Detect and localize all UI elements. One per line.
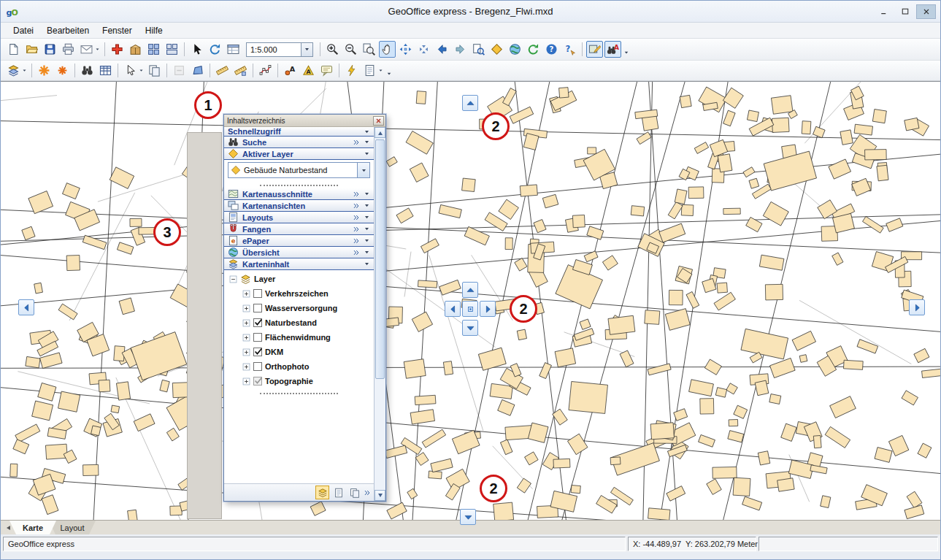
expand-caret-icon[interactable] bbox=[364, 226, 370, 232]
toc-selection-view-button[interactable] bbox=[347, 486, 361, 499]
toc-close-button[interactable] bbox=[373, 116, 384, 126]
zoom-to-selection-button[interactable] bbox=[415, 41, 432, 58]
window-arrange-button[interactable] bbox=[164, 41, 180, 58]
identify-tool-button[interactable] bbox=[5, 62, 22, 79]
close-button[interactable] bbox=[916, 4, 936, 19]
active-layer-combobox[interactable]: Gebäude Naturbestand bbox=[228, 162, 370, 178]
zoom-in-button[interactable] bbox=[324, 41, 341, 58]
manage-favorites-button[interactable] bbox=[54, 62, 71, 79]
copy-features-button[interactable] bbox=[146, 62, 163, 79]
open-button[interactable] bbox=[23, 41, 40, 58]
toc-footer-overflow-icon[interactable] bbox=[364, 489, 371, 496]
menu-bearbeiten[interactable]: Bearbeiten bbox=[40, 24, 96, 37]
new-button[interactable] bbox=[5, 41, 22, 58]
expand-caret-icon[interactable] bbox=[364, 261, 370, 267]
expand-box-icon[interactable] bbox=[242, 319, 250, 327]
layer-item-dkm[interactable]: DKM bbox=[224, 345, 374, 359]
pan-right-button[interactable] bbox=[480, 301, 496, 317]
send-mail-button[interactable] bbox=[78, 41, 95, 58]
zoom-out-button[interactable] bbox=[342, 41, 359, 58]
select-elements-button[interactable] bbox=[188, 41, 205, 58]
pan-button[interactable] bbox=[379, 41, 396, 58]
module-grid-button[interactable] bbox=[145, 41, 162, 58]
expand-caret-icon[interactable] bbox=[364, 150, 370, 157]
dropdown-caret-icon[interactable] bbox=[378, 62, 385, 79]
layer-checkbox[interactable] bbox=[253, 333, 262, 342]
toc-section-schnellzugriff[interactable]: Schnellzugriff bbox=[224, 127, 374, 137]
layer-checkbox[interactable] bbox=[253, 348, 262, 356]
expand-box-icon[interactable] bbox=[242, 348, 250, 356]
redraw-button[interactable] bbox=[525, 41, 542, 58]
jump-chevron-icon[interactable] bbox=[353, 226, 360, 233]
quick-edit-toggle[interactable] bbox=[586, 41, 603, 58]
scale-combobox[interactable]: 1:5.000 bbox=[246, 42, 313, 57]
menu-hilfe[interactable]: Hilfe bbox=[139, 24, 169, 37]
select-features-button[interactable] bbox=[122, 62, 139, 79]
refresh-view-button[interactable] bbox=[207, 41, 223, 58]
previous-extent-button[interactable] bbox=[434, 41, 450, 58]
jump-chevron-icon[interactable] bbox=[353, 139, 360, 146]
minimize-button[interactable] bbox=[874, 4, 894, 19]
next-extent-button[interactable] bbox=[452, 41, 469, 58]
expand-caret-icon[interactable] bbox=[364, 214, 370, 220]
toc-section-layouts[interactable]: Layouts bbox=[224, 212, 374, 223]
layer-item-orthophoto[interactable]: Orthophoto bbox=[224, 359, 374, 374]
jump-chevron-icon[interactable] bbox=[353, 237, 360, 245]
layer-item-wasserversorgung[interactable]: Wasserversorgung bbox=[224, 301, 374, 315]
pan-south-button[interactable] bbox=[460, 509, 476, 525]
measure-area-button[interactable] bbox=[232, 62, 249, 79]
collapse-box-icon[interactable] bbox=[229, 275, 237, 283]
dropdown-caret-icon[interactable] bbox=[139, 62, 145, 79]
zoom-window-button[interactable] bbox=[361, 41, 377, 58]
layer-checkbox[interactable] bbox=[253, 377, 262, 386]
context-help-button[interactable]: ? bbox=[561, 41, 578, 58]
jump-chevron-icon[interactable] bbox=[353, 214, 360, 221]
toc-titlebar[interactable]: Inhaltsverzeichnis bbox=[224, 115, 385, 127]
pan-left-button[interactable] bbox=[445, 301, 461, 317]
pan-up-button[interactable] bbox=[462, 282, 478, 298]
dropdown-caret-icon[interactable] bbox=[22, 62, 28, 79]
standard-toolbar-options-button[interactable] bbox=[622, 41, 631, 58]
layer-tree-root[interactable]: Layer bbox=[224, 272, 374, 286]
data-package-button[interactable] bbox=[127, 41, 144, 58]
expand-caret-icon[interactable] bbox=[364, 191, 370, 197]
expand-box-icon[interactable] bbox=[242, 334, 250, 342]
toc-section-kartenausschnitte[interactable]: Kartenausschnitte bbox=[224, 188, 374, 200]
toc-section-ubersicht[interactable]: Übersicht bbox=[224, 247, 374, 258]
active-layer-button[interactable] bbox=[488, 41, 505, 58]
scroll-track[interactable] bbox=[375, 138, 385, 490]
layer-checkbox[interactable] bbox=[253, 289, 262, 298]
toc-section-kartenansichten[interactable]: Kartenansichten bbox=[224, 200, 374, 212]
jump-chevron-icon[interactable] bbox=[353, 191, 360, 198]
layer-checkbox[interactable] bbox=[253, 318, 262, 327]
callout-button[interactable] bbox=[318, 62, 335, 79]
jump-chevron-icon[interactable] bbox=[353, 249, 360, 256]
clear-selection-button[interactable] bbox=[171, 62, 188, 79]
scroll-down-button[interactable] bbox=[375, 490, 385, 501]
print-button[interactable] bbox=[60, 41, 77, 58]
add-favorite-button[interactable] bbox=[36, 62, 53, 79]
layer-item-topographie[interactable]: Topographie bbox=[224, 374, 374, 388]
jump-chevron-icon[interactable] bbox=[353, 202, 360, 210]
toc-section-epaper[interactable]: eePaper bbox=[224, 235, 374, 247]
zoom-to-layer-button[interactable] bbox=[470, 41, 487, 58]
redlining-button[interactable] bbox=[257, 62, 274, 79]
pan-west-button[interactable] bbox=[18, 299, 34, 315]
measure-distance-button[interactable] bbox=[214, 62, 231, 79]
expand-box-icon[interactable] bbox=[242, 290, 250, 298]
hyperlink-button[interactable] bbox=[343, 62, 360, 79]
layer-item-naturbestand[interactable]: Naturbestand bbox=[224, 315, 374, 330]
label-point-button[interactable]: A bbox=[282, 62, 299, 79]
scroll-thumb[interactable] bbox=[375, 139, 385, 379]
combo-dropdown-button[interactable] bbox=[357, 163, 369, 177]
tab-layout[interactable]: Layout bbox=[49, 521, 96, 534]
layer-checkbox[interactable] bbox=[253, 304, 262, 312]
expand-box-icon[interactable] bbox=[242, 363, 250, 371]
maximize-button[interactable] bbox=[895, 4, 915, 19]
attribute-table-button[interactable] bbox=[97, 62, 114, 79]
pan-north-button[interactable] bbox=[462, 95, 478, 111]
scale-dropdown-icon[interactable] bbox=[301, 43, 312, 56]
toc-section-aktiver-layer[interactable]: Aktiver Layer bbox=[224, 148, 374, 160]
toc-section-karteninhalt[interactable]: Karteninhalt bbox=[224, 258, 374, 270]
toc-display-order-button[interactable] bbox=[315, 486, 329, 499]
